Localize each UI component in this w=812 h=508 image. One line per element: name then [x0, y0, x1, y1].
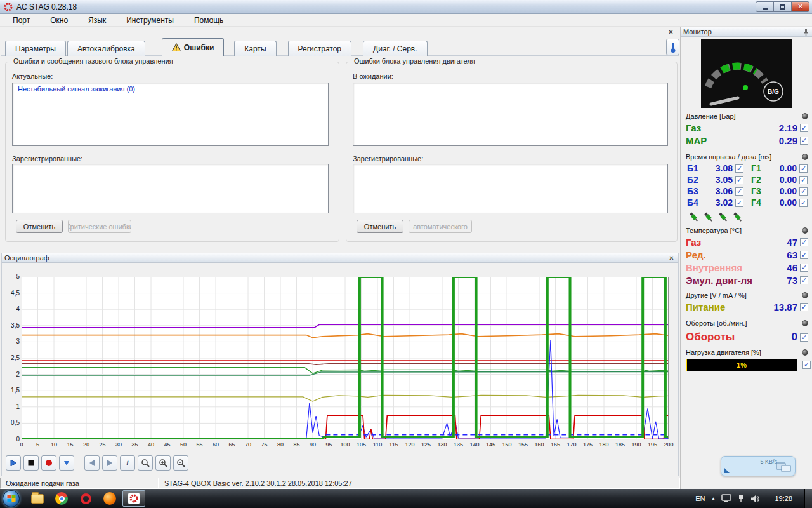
temp-gas-checkbox[interactable]: ✓	[800, 238, 808, 246]
supply-checkbox[interactable]: ✓	[800, 303, 808, 311]
next-button[interactable]	[102, 455, 117, 471]
tab-parameters[interactable]: Параметры	[5, 41, 66, 56]
y-axis-tick: 0,5	[11, 418, 20, 427]
g3-checkbox[interactable]: ✓	[799, 187, 808, 196]
x-axis-tick: 110	[371, 441, 384, 448]
titlebar: AC STAG 0.28.18 ✕	[0, 0, 812, 14]
arrow-right-icon	[106, 459, 114, 467]
rpm-indicator-icon[interactable]	[802, 320, 808, 326]
tab-recorder[interactable]: Регистратор	[288, 41, 352, 56]
maximize-button[interactable]	[773, 1, 792, 12]
zoom-out-icon	[176, 458, 185, 467]
language-indicator[interactable]: EN	[695, 495, 705, 502]
taskbar-explorer-icon[interactable]	[26, 490, 49, 507]
x-axis-tick: 20	[80, 441, 93, 448]
other-header-label: Другие [V / mA / %]	[686, 291, 747, 299]
temp-engine-emul-checkbox[interactable]: ✓	[800, 276, 808, 284]
other-indicator-icon[interactable]	[802, 292, 808, 298]
info-button[interactable]: i	[120, 455, 135, 471]
b3-checkbox[interactable]: ✓	[735, 187, 743, 196]
panel-close-icon[interactable]: ✕	[667, 28, 675, 36]
record-button[interactable]	[41, 455, 56, 471]
gauge-mode-label[interactable]: B/G	[768, 88, 779, 95]
injection-row-3: Б3 3.06 ✓ Г3 0.00 ✓	[687, 186, 808, 196]
play-button[interactable]	[6, 455, 21, 471]
rpm-section-header: Обороты [об./мин.]	[686, 318, 808, 328]
oscilloscope-close-icon[interactable]: ✕	[667, 254, 676, 262]
menu-item-help[interactable]: Помощь	[194, 16, 223, 25]
menu-item-language[interactable]: Язык	[88, 16, 106, 25]
minimize-button[interactable]	[756, 1, 774, 12]
export-button[interactable]	[59, 455, 74, 471]
display-tray-icon[interactable]	[721, 494, 731, 503]
status-bar: Ожидание подачи газа STAG-4 QBOX Basic v…	[0, 478, 680, 489]
b4-checkbox[interactable]: ✓	[735, 199, 743, 207]
rpm-checkbox[interactable]: ✓	[800, 333, 808, 342]
y-axis-tick: 4	[16, 305, 20, 314]
b2-checkbox[interactable]: ✓	[735, 176, 743, 184]
g2-checkbox[interactable]: ✓	[799, 176, 808, 184]
pressure-indicator-icon[interactable]	[802, 113, 808, 119]
actual-errors-list[interactable]: Нестабильный сигнал зажигания (0)	[12, 83, 329, 146]
engine-registered-errors-list[interactable]	[353, 164, 668, 213]
zoom-in-button[interactable]	[155, 455, 171, 471]
pressure-gas-checkbox[interactable]: ✓	[800, 124, 808, 132]
x-axis-tick: 105	[355, 441, 368, 448]
tray-expand-icon[interactable]: ▲	[711, 496, 716, 502]
menu-item-port[interactable]: Порт	[13, 16, 30, 25]
system-tray: EN ▲ 19:28	[695, 489, 812, 508]
close-button[interactable]: ✕	[791, 1, 809, 12]
registered-errors-list[interactable]	[12, 164, 329, 213]
taskbar-acstag-icon[interactable]	[122, 490, 145, 507]
prev-button[interactable]	[84, 455, 100, 471]
pending-errors-list[interactable]	[353, 83, 668, 146]
rpm-value: 0	[792, 331, 797, 344]
rpm-label: Обороты	[686, 331, 735, 344]
g4-checkbox[interactable]: ✓	[799, 199, 808, 207]
temp-internal-checkbox[interactable]: ✓	[800, 264, 808, 272]
gas-cancel-button[interactable]: Отменить	[16, 220, 63, 233]
volume-tray-icon[interactable]	[750, 495, 760, 503]
tab-autocalibration[interactable]: Автокалибровка	[67, 41, 145, 56]
tab-diag-serv[interactable]: Диаг. / Серв.	[363, 41, 427, 56]
x-axis-tick: 190	[630, 441, 643, 448]
b1-checkbox[interactable]: ✓	[735, 164, 743, 173]
oscilloscope-plot	[22, 277, 669, 439]
pressure-map-checkbox[interactable]: ✓	[800, 137, 808, 145]
thermometer-icon	[670, 41, 676, 53]
tab-errors[interactable]: Ошибки	[162, 38, 225, 56]
zoom-select-button[interactable]	[138, 455, 153, 471]
menu-item-tools[interactable]: Инструменты	[126, 16, 174, 25]
injection-indicator-icon[interactable]	[802, 154, 808, 160]
taskbar-firefox-icon[interactable]	[98, 490, 121, 507]
start-button[interactable]	[3, 490, 20, 507]
taskbar-clock[interactable]: 19:28	[775, 495, 792, 502]
temperature-indicator-icon[interactable]	[802, 227, 808, 234]
x-axis-tick: 30	[112, 441, 125, 448]
pin-icon[interactable]	[802, 28, 809, 36]
usb-tray-icon[interactable]	[737, 494, 745, 503]
x-axis-tick: 90	[306, 441, 319, 448]
b1-value: 3.08	[704, 163, 733, 173]
temp-gas-label: Газ	[686, 237, 701, 248]
temp-reducer-checkbox[interactable]: ✓	[800, 251, 808, 259]
taskbar-opera-icon[interactable]	[74, 490, 97, 507]
load-indicator-icon[interactable]	[802, 349, 808, 356]
menu-item-window[interactable]: Окно	[50, 16, 68, 25]
engine-auto-button: автоматического	[409, 220, 472, 233]
temp-row-gas: Газ 47 ✓	[686, 237, 808, 248]
error-list-item[interactable]: Нестабильный сигнал зажигания (0)	[13, 83, 328, 95]
g1-checkbox[interactable]: ✓	[799, 164, 808, 173]
engine-cancel-button[interactable]: Отменить	[357, 220, 403, 233]
stop-button[interactable]	[23, 455, 39, 471]
y-axis-tick: 4,5	[11, 289, 20, 298]
other-section-header: Другие [V / mA / %]	[686, 290, 808, 300]
tab-label: Карты	[244, 44, 266, 53]
zoom-out-button[interactable]	[173, 455, 188, 471]
x-axis-tick: 95	[323, 441, 336, 448]
taskbar-chrome-icon[interactable]	[50, 490, 73, 507]
show-desktop-button[interactable]	[804, 489, 812, 508]
load-checkbox[interactable]: ✓	[802, 361, 811, 369]
thermometer-button[interactable]	[666, 39, 679, 55]
tab-maps[interactable]: Карты	[234, 41, 276, 56]
